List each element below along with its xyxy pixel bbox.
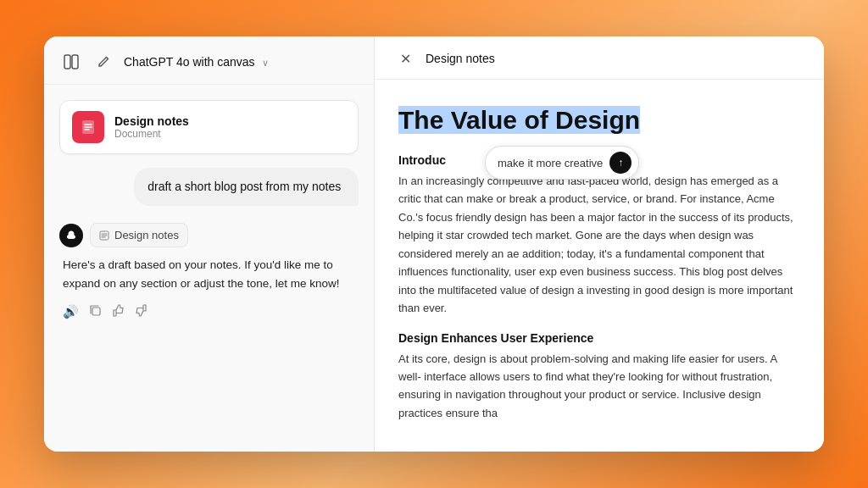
svg-rect-4	[92, 308, 100, 315]
header-title: ChatGPT 4o with canvas ∨	[124, 55, 359, 69]
inline-prompt-text: make it more creative	[498, 157, 603, 169]
left-content: Design notes Document draft a short blog…	[44, 85, 374, 452]
right-panel-title: Design notes	[426, 52, 495, 65]
main-window: ChatGPT 4o with canvas ∨ Design notes Do…	[44, 36, 824, 452]
left-panel: ChatGPT 4o with canvas ∨ Design notes Do…	[44, 36, 375, 452]
section-paragraph: At its core, design is about problem-sol…	[398, 350, 800, 423]
document-card[interactable]: Design notes Document	[59, 100, 359, 154]
header-title-text: ChatGPT 4o with canvas	[124, 55, 255, 69]
speaker-icon[interactable]: 🔊	[63, 304, 79, 319]
sidebar-toggle-button[interactable]	[59, 50, 83, 74]
right-header: ✕ Design notes	[375, 36, 824, 80]
doc-heading-container: The Value of Design	[398, 103, 800, 136]
edit-button[interactable]	[92, 50, 115, 74]
right-panel: ✕ Design notes make it more creative ↑ T…	[375, 36, 824, 452]
right-content: make it more creative ↑ The Value of Des…	[375, 80, 824, 452]
document-info: Design notes Document	[114, 114, 189, 140]
document-type: Document	[114, 128, 189, 140]
document-icon	[72, 111, 104, 143]
doc-ref-label: Design notes	[114, 229, 179, 241]
dropdown-arrow[interactable]: ∨	[262, 58, 269, 68]
inline-prompt-bar: make it more creative ↑	[485, 146, 639, 180]
copy-icon[interactable]	[89, 304, 102, 319]
thumbs-up-icon[interactable]	[112, 304, 125, 319]
inline-send-button[interactable]: ↑	[609, 152, 632, 174]
assistant-doc-reference: Design notes	[90, 223, 188, 247]
intro-paragraph: In an increasingly competitive and fast-…	[398, 172, 800, 318]
openai-logo	[59, 224, 83, 247]
document-heading: The Value of Design	[398, 106, 640, 134]
user-message: draft a short blog post from my notes	[134, 168, 359, 206]
assistant-header: Design notes	[59, 223, 359, 247]
svg-rect-1	[72, 55, 78, 69]
action-icons: 🔊	[59, 304, 359, 319]
thumbs-down-icon[interactable]	[135, 304, 147, 319]
left-header: ChatGPT 4o with canvas ∨	[44, 36, 374, 85]
svg-rect-0	[64, 55, 70, 69]
assistant-text: Here's a draft based on your notes. If y…	[59, 256, 359, 292]
document-title: Design notes	[114, 114, 189, 128]
assistant-response: Design notes Here's a draft based on you…	[59, 223, 359, 319]
close-button[interactable]: ✕	[395, 48, 415, 69]
section-heading: Design Enhances User Experience	[398, 331, 800, 345]
